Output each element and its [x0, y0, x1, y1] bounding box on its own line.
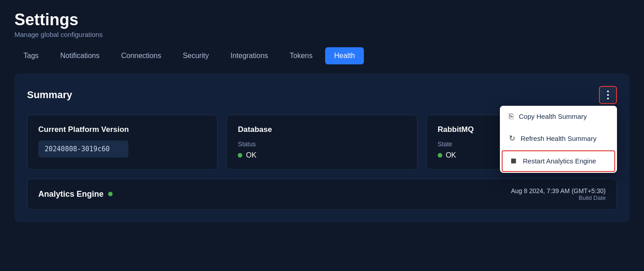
platform-version-value: 20240808-3019c60 [38, 140, 128, 158]
restart-analytics-engine-button[interactable]: ⏹ Restart Analytics Engine [502, 150, 615, 172]
more-options-button[interactable] [599, 86, 617, 104]
database-card-title: Database [238, 125, 406, 134]
tab-connections[interactable]: Connections [112, 47, 170, 64]
content-area: Summary ⎘ Copy Health Summary ↻ Refre [14, 73, 630, 222]
build-datetime-value: Aug 8 2024, 7:39 AM (GMT+5:30) [511, 187, 606, 194]
build-date-area: Aug 8 2024, 7:39 AM (GMT+5:30) Build Dat… [511, 187, 606, 201]
page-header: Settings Manage global configurations [0, 0, 644, 38]
restart-icon: ⏹ [510, 157, 517, 166]
tab-tokens[interactable]: Tokens [281, 47, 322, 64]
tab-security[interactable]: Security [174, 47, 218, 64]
analytics-engine-label: Analytics Engine [38, 190, 113, 199]
refresh-health-summary-button[interactable]: ↻ Refresh Health Summary [500, 127, 617, 149]
platform-version-card: Current Platform Version 20240808-3019c6… [27, 115, 218, 170]
page-title: Settings [14, 11, 630, 29]
database-status-label: Status [238, 140, 406, 148]
tab-notifications[interactable]: Notifications [51, 47, 109, 64]
build-date-label: Build Date [511, 194, 606, 201]
refresh-icon: ↻ [509, 134, 515, 143]
vertical-dots-icon [607, 90, 609, 99]
rabbitmq-status-dot [438, 153, 442, 158]
database-card: Database Status OK [227, 115, 417, 170]
analytics-engine-status-dot [108, 192, 113, 196]
analytics-engine-bar: Analytics Engine Aug 8 2024, 7:39 AM (GM… [27, 179, 617, 210]
platform-card-title: Current Platform Version [38, 125, 206, 134]
copy-health-summary-button[interactable]: ⎘ Copy Health Summary [500, 106, 617, 127]
tab-health[interactable]: Health [325, 47, 364, 64]
tab-tags[interactable]: Tags [14, 47, 48, 64]
database-status-dot [238, 153, 242, 158]
tabs-navigation: Tags Notifications Connections Security … [0, 38, 644, 64]
dropdown-menu: ⎘ Copy Health Summary ↻ Refresh Health S… [500, 106, 617, 173]
copy-icon: ⎘ [509, 112, 513, 121]
page-subtitle: Manage global configurations [14, 31, 630, 38]
summary-title: Summary [27, 89, 72, 101]
tab-integrations[interactable]: Integrations [222, 47, 277, 64]
summary-header: Summary [27, 86, 617, 104]
database-status-value: OK [238, 151, 406, 159]
